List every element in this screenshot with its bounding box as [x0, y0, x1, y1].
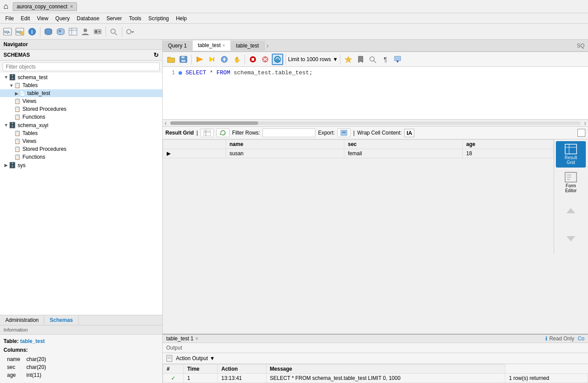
sys-label: sys — [18, 162, 26, 168]
toolbar-sql2-btn[interactable]: SQL — [14, 26, 26, 37]
col-name-name: name — [4, 356, 23, 363]
tree-sys[interactable]: ▶ 🗄️ sys — [0, 161, 162, 169]
wrap-ia-icon[interactable]: IA — [404, 129, 414, 137]
export-btn[interactable] — [337, 128, 351, 137]
side-btn-down[interactable] — [556, 226, 586, 252]
toolbar-settings-btn[interactable] — [92, 26, 103, 37]
q-hand-btn[interactable]: ✋ — [231, 54, 242, 65]
col-header-age: age — [463, 140, 554, 149]
q-import-btn[interactable] — [392, 54, 403, 65]
schema-xuyi-db-icon: 🗄️ — [9, 122, 16, 128]
tables-arrow[interactable]: ▼ — [9, 83, 14, 88]
toolbar-sql1-btn[interactable]: SQL — [2, 26, 13, 37]
schema-xuyi-arrow[interactable]: ▼ — [4, 123, 9, 128]
form-toggle-btn[interactable] — [577, 129, 585, 137]
tree-stored-procs-xuyi[interactable]: 📋 Stored Procedures — [0, 145, 162, 153]
side-btn-result-grid[interactable]: ResultGrid — [556, 141, 586, 168]
output-tab[interactable]: table_test 1 × — [166, 336, 198, 342]
query-tab-table-test-close[interactable]: × — [223, 43, 225, 48]
results-inner: name sec age ▶ susan femail — [163, 139, 554, 334]
stored-procs-xuyi-icon: 📋 — [14, 146, 21, 152]
menu-view[interactable]: View — [33, 15, 52, 22]
tab-administration[interactable]: Administration — [0, 315, 44, 325]
home-icon[interactable]: ⌂ — [4, 2, 8, 11]
q-cancel-btn[interactable] — [259, 54, 271, 65]
toolbar-info-btn[interactable]: i — [26, 26, 38, 37]
filter-input[interactable] — [3, 62, 160, 71]
menu-file[interactable]: File — [2, 15, 17, 22]
output-tabs-bar: table_test 1 × ℹ Read Only Co — [163, 335, 588, 343]
tree-schema-test[interactable]: ▼ 🗄️ schema_test — [0, 73, 162, 81]
tree-table-test[interactable]: ▶ 📄 table_test — [0, 89, 162, 97]
title-tab[interactable]: aurora_copy_connect × — [13, 2, 77, 11]
tree-functions-1[interactable]: 📋 Functions — [0, 113, 162, 121]
q-reconnect-btn[interactable] — [272, 54, 283, 65]
col-type-name: char(20) — [24, 356, 49, 363]
menu-help[interactable]: Help — [172, 15, 190, 22]
tables-label: Tables — [22, 82, 38, 88]
q-save-btn[interactable] — [178, 54, 189, 65]
tabs-nav-right[interactable]: › — [265, 42, 270, 50]
tree-schema-xuyi[interactable]: ▼ 🗄️ schema_xuyi — [0, 121, 162, 129]
output-tab-close-icon[interactable]: × — [195, 336, 198, 342]
query-tab-table-test[interactable]: table_test × — [193, 40, 231, 51]
svg-point-42 — [370, 57, 374, 61]
menu-scripting[interactable]: Scripting — [145, 15, 172, 22]
tables-xuyi-icon: 📋 — [14, 130, 21, 136]
menu-query[interactable]: Query — [52, 15, 73, 22]
h-scroll-bar[interactable]: ‹ › — [163, 120, 588, 127]
tree-tables-xuyi[interactable]: 📋 Tables — [0, 129, 162, 137]
q-execute-selection-btn[interactable] — [206, 54, 218, 65]
toolbar-db-btn[interactable] — [43, 26, 54, 37]
menu-server[interactable]: Server — [103, 15, 125, 22]
action-output-dropdown[interactable]: ▼ — [210, 355, 215, 361]
filter-rows-input[interactable] — [263, 128, 315, 137]
menu-tools[interactable]: Tools — [125, 15, 145, 22]
sys-arrow[interactable]: ▶ — [4, 163, 9, 168]
tree-stored-procs-1[interactable]: 📋 Stored Procedures — [0, 105, 162, 113]
q-stop-btn[interactable] — [247, 54, 259, 65]
toolbar-key-btn[interactable] — [124, 26, 136, 37]
q-explain-btn[interactable] — [219, 54, 230, 65]
functions-1-icon: 📋 — [14, 114, 21, 120]
schemas-refresh-icon[interactable]: ↻ — [153, 51, 159, 58]
tab-schemas[interactable]: Schemas — [44, 315, 79, 325]
result-refresh-btn[interactable] — [216, 128, 230, 137]
output-status-icon: ✓ — [163, 374, 184, 383]
q-search2-btn[interactable] — [367, 54, 379, 65]
toolbar-search-btn[interactable] — [108, 26, 120, 37]
table-test-arrow[interactable]: ▶ — [14, 91, 19, 96]
result-grid-icon-btn[interactable] — [201, 128, 214, 137]
side-btn-form-editor[interactable]: FormEditor — [556, 169, 586, 196]
tree-functions-xuyi[interactable]: 📋 Functions — [0, 153, 162, 161]
output-area: table_test 1 × ℹ Read Only Co Output Act… — [163, 334, 588, 383]
schema-test-arrow[interactable]: ▼ — [4, 75, 9, 80]
query-tab-table-test-2[interactable]: table_test — [231, 41, 265, 51]
toolbar-schema-btn[interactable]: ⚙ — [55, 26, 66, 37]
query-tab-1[interactable]: Query 1 — [163, 41, 193, 51]
menu-edit[interactable]: Edit — [17, 15, 33, 22]
output-doc-icon — [166, 355, 174, 362]
svg-point-19 — [127, 29, 131, 34]
sql-editor[interactable]: 1 SELECT * FROM schema_test.table_test; — [163, 67, 588, 120]
toolbar-user-btn[interactable] — [80, 26, 91, 37]
q-open-folder-btn[interactable] — [165, 54, 177, 65]
toolbar-table-btn[interactable] — [67, 26, 79, 37]
tree-tables[interactable]: ▼ 📋 Tables — [0, 81, 162, 89]
menu-database[interactable]: Database — [73, 15, 103, 22]
q-execute-btn[interactable] — [194, 54, 205, 65]
h-scroll-right[interactable]: › — [582, 119, 588, 127]
tree-views-1[interactable]: 📋 Views — [0, 97, 162, 105]
views-xuyi-label: Views — [22, 138, 37, 144]
toolbar-sep-1 — [40, 27, 40, 36]
title-tab-close[interactable]: × — [70, 4, 73, 10]
side-btn-up[interactable] — [556, 197, 586, 224]
h-scroll-left[interactable]: ‹ — [163, 119, 168, 127]
output-header-row: # Time Action Message — [163, 365, 588, 374]
limit-dropdown-arrow[interactable]: ▼ — [332, 56, 338, 62]
col-name-age: age — [4, 372, 23, 379]
tree-views-xuyi[interactable]: 📋 Views — [0, 137, 162, 145]
q-para-btn[interactable]: ¶ — [380, 54, 391, 65]
q-bookmark-btn[interactable] — [355, 54, 366, 65]
q-star-btn[interactable] — [343, 54, 354, 65]
